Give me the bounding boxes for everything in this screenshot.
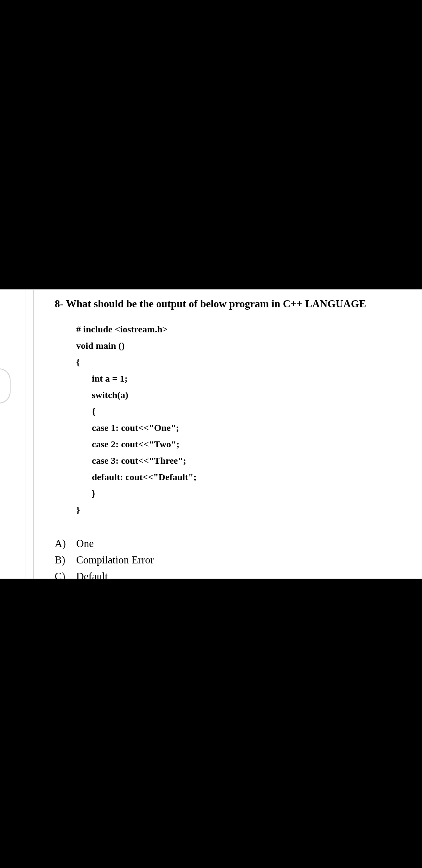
- code-line: }: [92, 485, 418, 502]
- content-panel: 8- What should be the output of below pr…: [0, 289, 422, 579]
- code-line: }: [76, 502, 418, 518]
- option-d[interactable]: D) OneTwoThreeDefault: [55, 585, 418, 601]
- left-sidebar: [0, 290, 25, 579]
- option-c[interactable]: C) Default: [55, 569, 418, 585]
- option-b[interactable]: B) Compilation Error: [55, 552, 418, 569]
- option-text: Compilation Error: [76, 552, 418, 569]
- option-text: OneTwoThreeDefault: [76, 585, 418, 601]
- separator-line: [33, 290, 34, 579]
- code-block: # include <iostream.h> void main () { in…: [76, 321, 418, 518]
- code-line: int a = 1;: [92, 370, 418, 387]
- option-text: Default: [76, 569, 418, 585]
- code-line: {: [92, 403, 418, 420]
- curved-tab[interactable]: [0, 368, 11, 404]
- option-letter: B): [55, 552, 76, 569]
- option-letter: D): [55, 585, 76, 601]
- options-block: A) One B) Compilation Error C) Default D…: [55, 536, 418, 601]
- option-letter: C): [55, 569, 76, 585]
- code-line: default: cout<<"Default";: [92, 469, 418, 485]
- question-title: 8- What should be the output of below pr…: [55, 298, 418, 310]
- option-letter: A): [55, 536, 76, 552]
- option-a[interactable]: A) One: [55, 536, 418, 552]
- main-content: 8- What should be the output of below pr…: [39, 290, 422, 609]
- option-text: One: [76, 536, 418, 552]
- code-line: switch(a): [92, 387, 418, 403]
- code-line: # include <iostream.h>: [76, 321, 418, 337]
- code-line: case 2: cout<<"Two";: [92, 436, 418, 452]
- code-line: case 3: cout<<"Three";: [92, 452, 418, 469]
- code-line: {: [76, 354, 418, 370]
- code-line: void main (): [76, 337, 418, 354]
- code-line: case 1: cout<<"One";: [92, 420, 418, 436]
